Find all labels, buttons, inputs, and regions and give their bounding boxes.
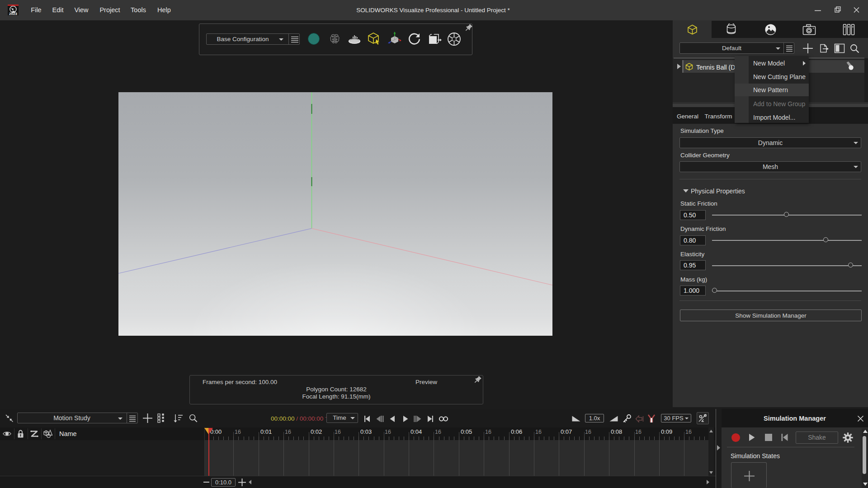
svg-text:2023: 2023	[9, 12, 17, 15]
